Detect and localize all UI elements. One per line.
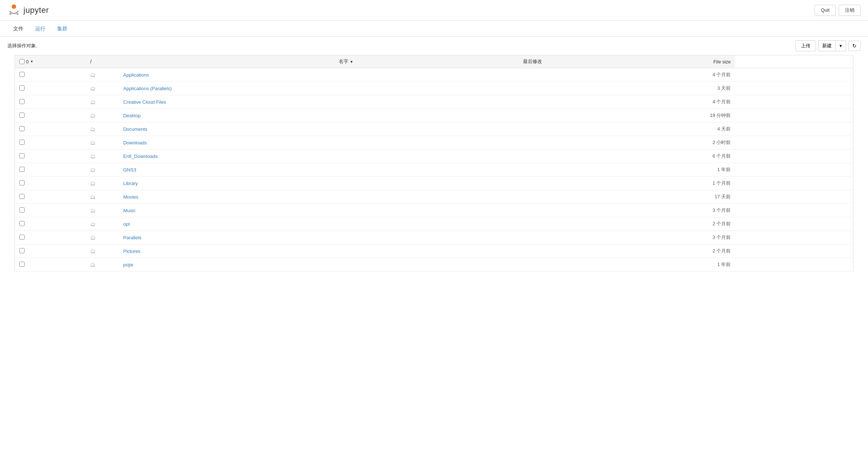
row-checkbox[interactable] [19,153,25,158]
row-size [735,150,853,163]
row-name[interactable]: Parallels [122,231,546,244]
file-browser: 0 ▼ 📁 / 名字 ▼ 最后修改 File size 🗂 Applicatio… [0,55,868,272]
row-name[interactable]: Applications [122,68,546,82]
row-checkbox[interactable] [19,262,25,267]
row-folder-icon: 🗂 [89,163,122,177]
row-checkbox[interactable] [19,221,25,226]
row-checkbox-cell[interactable] [15,244,89,258]
row-modified: 17 天前 [546,190,735,204]
row-modified: 3 个月前 [546,231,735,244]
row-checkbox[interactable] [19,207,25,213]
row-folder-icon: 🗂 [89,122,122,136]
row-checkbox[interactable] [19,126,25,131]
row-checkbox[interactable] [19,167,25,172]
row-checkbox-cell[interactable] [15,177,89,190]
row-checkbox-cell[interactable] [15,217,89,231]
app-title: jupyter [23,5,49,15]
th-filesize: File size [546,55,735,68]
row-folder-icon: 🗂 [89,95,122,109]
refresh-button[interactable]: ↻ [848,41,861,51]
row-checkbox[interactable] [19,85,25,91]
row-checkbox[interactable] [19,180,25,185]
row-name[interactable]: Pictures [122,244,546,258]
row-modified: 3 天前 [546,82,735,95]
svg-point-0 [12,4,16,9]
quit-button[interactable]: Quit [815,5,836,16]
row-modified: 1 年前 [546,163,735,177]
table-row: 🗂 Applications (Parallels) 3 天前 [15,82,853,95]
row-checkbox-cell[interactable] [15,150,89,163]
new-button[interactable]: 新建 [818,40,836,51]
row-name[interactable]: Desktop [122,109,546,122]
table-row: 🗂 Pictures 2 个月前 [15,244,853,258]
th-sort-name[interactable]: 名字 ▼ [122,55,357,68]
row-folder-icon: 🗂 [89,68,122,82]
row-size [735,217,853,231]
row-name[interactable]: Documents [122,122,546,136]
app-header: jupyter Quit 注销 [0,0,868,21]
row-modified: 6 个月前 [546,150,735,163]
row-name[interactable]: GNS3 [122,163,546,177]
table-row: 🗂 Applications 4 个月前 [15,68,853,82]
row-name[interactable]: Library [122,177,546,190]
row-checkbox[interactable] [19,99,25,104]
row-folder-icon: 🗂 [89,82,122,95]
th-modified: 最后修改 [358,55,546,68]
row-checkbox[interactable] [19,235,25,240]
row-checkbox[interactable] [19,248,25,253]
row-checkbox[interactable] [19,113,25,118]
row-checkbox-cell[interactable] [15,95,89,109]
row-size [735,136,853,150]
tab-running[interactable]: 运行 [29,22,51,37]
row-name[interactable]: Downloads [122,136,546,150]
row-checkbox-cell[interactable] [15,109,89,122]
tab-files[interactable]: 文件 [7,22,29,37]
row-size [735,177,853,190]
file-toolbar: 选择操作对象. 上传 新建 ▼ ↻ [0,37,868,55]
row-name[interactable]: Enfi_Downloads [122,150,546,163]
header-buttons: Quit 注销 [815,5,861,16]
row-checkbox[interactable] [19,72,25,77]
row-name[interactable]: Movies [122,190,546,204]
row-name[interactable]: Applications (Parallels) [122,82,546,95]
row-modified: 1 年前 [546,258,735,272]
select-all-checkbox[interactable] [19,59,25,64]
row-checkbox-cell[interactable] [15,190,89,204]
row-modified: 19 分钟前 [546,109,735,122]
toolbar-actions: 上传 新建 ▼ ↻ [795,40,861,51]
row-checkbox[interactable] [19,140,25,145]
row-checkbox-cell[interactable] [15,136,89,150]
svg-point-2 [17,13,19,15]
row-modified: 4 个月前 [546,68,735,82]
row-folder-icon: 🗂 [89,109,122,122]
row-checkbox-cell[interactable] [15,258,89,272]
row-folder-icon: 🗂 [89,231,122,244]
cancel-button[interactable]: 注销 [839,5,861,16]
row-name[interactable]: pojie [122,258,546,272]
row-name[interactable]: Music [122,204,546,217]
table-row: 🗂 Downloads 2 小时前 [15,136,853,150]
row-name[interactable]: opt [122,217,546,231]
row-size [735,258,853,272]
count-dropdown-icon[interactable]: ▼ [30,60,33,63]
row-name[interactable]: Creative Cloud Files [122,95,546,109]
row-checkbox[interactable] [19,194,25,199]
logo: jupyter [7,4,49,17]
row-checkbox-cell[interactable] [15,82,89,95]
selected-count: 0 [26,59,29,64]
th-name[interactable]: / [89,55,122,68]
row-checkbox-cell[interactable] [15,204,89,217]
row-folder-icon: 🗂 [89,258,122,272]
row-checkbox-cell[interactable] [15,163,89,177]
row-modified: 2 个月前 [546,244,735,258]
row-folder-icon: 🗂 [89,244,122,258]
row-checkbox-cell[interactable] [15,68,89,82]
new-dropdown-button[interactable]: ▼ [836,40,846,51]
row-modified: 3 个月前 [546,204,735,217]
row-checkbox-cell[interactable] [15,231,89,244]
upload-button[interactable]: 上传 [795,40,816,51]
row-checkbox-cell[interactable] [15,122,89,136]
table-row: 🗂 Creative Cloud Files 4 个月前 [15,95,853,109]
tab-clusters[interactable]: 集群 [51,22,73,37]
path-label: / [90,59,92,64]
